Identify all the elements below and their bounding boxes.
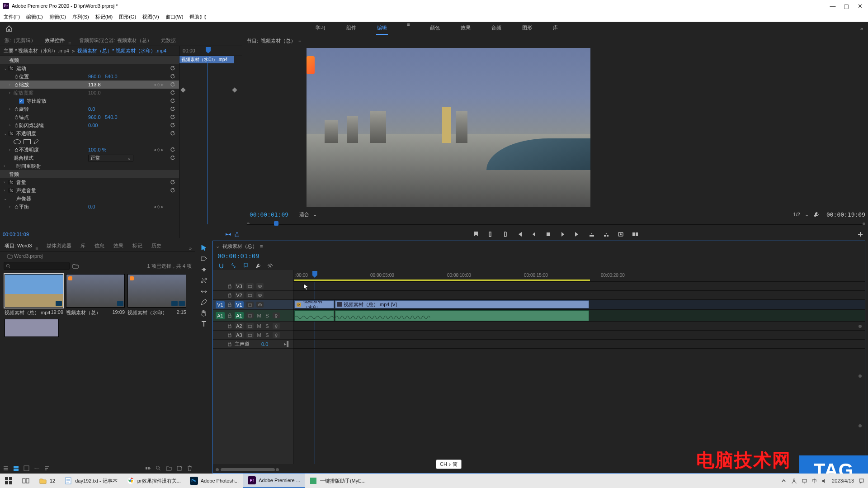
menu-marker[interactable]: 标记(M): [95, 14, 113, 20]
reset-icon[interactable]: [170, 82, 175, 87]
lock-icon[interactable]: [227, 333, 232, 337]
lock-icon[interactable]: [227, 313, 232, 318]
ec-mini-clip[interactable]: 视频素材（水印）.mp4: [179, 56, 234, 63]
tray-up-icon[interactable]: [781, 478, 787, 484]
chevron-down-icon[interactable]: ⌄: [216, 243, 220, 249]
rotation-value[interactable]: 0.0: [88, 106, 95, 112]
tray-vol-icon[interactable]: [821, 478, 827, 484]
voice-icon[interactable]: [273, 313, 280, 318]
tb-explorer[interactable]: 12: [34, 474, 60, 488]
motion-group[interactable]: 运动: [16, 65, 26, 72]
expand-icon[interactable]: ›: [4, 164, 8, 168]
reset-icon[interactable]: [170, 114, 175, 120]
mask-ellipse-button[interactable]: [14, 139, 21, 144]
tray-people-icon[interactable]: [791, 478, 797, 484]
stopwatch-icon[interactable]: [14, 148, 19, 152]
track-a1[interactable]: A1: [235, 312, 244, 319]
ec-mini-playhead-icon[interactable]: [206, 47, 211, 53]
sync-lock-icon[interactable]: [246, 323, 254, 329]
expand-icon[interactable]: ›: [4, 180, 8, 185]
freeform-view-icon[interactable]: [24, 465, 29, 471]
ec-out-icon[interactable]: 凸: [235, 231, 240, 238]
add-button-icon[interactable]: [857, 231, 863, 237]
sync-lock-icon[interactable]: [246, 302, 254, 308]
snap-icon[interactable]: [218, 263, 224, 269]
eye-icon[interactable]: [256, 292, 264, 298]
export-frame-icon[interactable]: [618, 231, 624, 237]
eye-icon[interactable]: [256, 302, 264, 308]
type-tool-icon[interactable]: [200, 320, 208, 327]
ws-editing[interactable]: 编辑: [376, 22, 388, 35]
sync-lock-icon[interactable]: [246, 292, 254, 298]
tab-info[interactable]: 信息: [94, 241, 105, 251]
tray-notif-icon[interactable]: [859, 478, 864, 484]
track-a2[interactable]: A2: [235, 322, 244, 329]
list-view-icon[interactable]: [3, 465, 9, 471]
position-y[interactable]: 540.0: [105, 74, 118, 79]
step-back-icon[interactable]: [531, 231, 537, 237]
solo-button[interactable]: S: [264, 332, 270, 338]
tab-effect-controls[interactable]: 效果控件: [44, 35, 66, 46]
slip-tool-icon[interactable]: [200, 288, 208, 295]
expand-icon[interactable]: ⌄: [4, 131, 8, 136]
zoom-v-handle[interactable]: [859, 374, 862, 378]
volume-group[interactable]: 音量: [16, 179, 26, 186]
timeline-timecode[interactable]: 00:00:01:09: [217, 252, 259, 260]
expand-icon[interactable]: ›: [4, 188, 8, 193]
ec-seq-clip[interactable]: 视频素材（总）* 视频素材（水印）.mp4: [77, 47, 166, 54]
tab-audio-mixer[interactable]: 音频剪辑混合器: 视频素材（总）: [78, 35, 152, 46]
project-search-input[interactable]: [4, 262, 70, 270]
go-out-icon[interactable]: [574, 231, 580, 237]
sync-lock-icon[interactable]: [246, 332, 254, 338]
ch-volume-group[interactable]: 声道音量: [16, 187, 36, 194]
maximize-button[interactable]: ▢: [844, 3, 849, 9]
scrub-playhead[interactable]: [274, 221, 278, 226]
tb-premiere[interactable]: PrAdobe Premiere ...: [243, 474, 305, 488]
trash-icon[interactable]: [187, 465, 193, 471]
stopwatch-icon[interactable]: [14, 205, 19, 209]
keyframe-diamond-icon[interactable]: [180, 87, 185, 92]
clip-overlay-v[interactable]: fx视频素材（水印: [294, 300, 334, 308]
menu-clip[interactable]: 剪辑(C): [49, 14, 66, 20]
reset-icon[interactable]: [170, 180, 175, 185]
src-a1[interactable]: A1: [216, 312, 225, 319]
solo-button[interactable]: S: [264, 323, 270, 329]
menu-file[interactable]: 文件(F): [4, 14, 20, 20]
lock-icon[interactable]: [227, 324, 232, 328]
menu-graphics[interactable]: 图形(G): [119, 14, 136, 20]
keyframe-diamond-icon[interactable]: [232, 87, 237, 92]
auto-seq-icon[interactable]: [145, 465, 151, 471]
time-remap-group[interactable]: 时间重映射: [16, 163, 41, 170]
stopwatch-icon[interactable]: [14, 115, 19, 119]
task-view-button[interactable]: [17, 474, 34, 488]
clip-main-v[interactable]: 视频素材（总）.mp4 [V]: [335, 300, 589, 308]
home-button[interactable]: [0, 25, 18, 32]
menu-help[interactable]: 帮助(H): [189, 14, 206, 20]
reset-icon[interactable]: [170, 98, 175, 104]
tab-source[interactable]: 源:（无剪辑）: [4, 35, 37, 46]
mask-pen-button[interactable]: [33, 139, 39, 144]
lock-icon[interactable]: [227, 293, 232, 298]
find-icon[interactable]: [156, 465, 161, 471]
track-v1[interactable]: V1: [235, 301, 244, 308]
menu-window[interactable]: 窗口(W): [165, 14, 184, 20]
stopwatch-icon[interactable]: [14, 123, 19, 128]
expand-icon[interactable]: ›: [9, 204, 14, 209]
add-marker-icon[interactable]: [243, 263, 249, 269]
scrub-zoom-right[interactable]: [863, 223, 865, 225]
lift-icon[interactable]: [589, 231, 595, 237]
resolution-select[interactable]: 1/2: [793, 212, 800, 217]
mute-button[interactable]: M: [256, 313, 262, 318]
voice-icon[interactable]: [273, 332, 280, 338]
ws-graphics[interactable]: 图形: [521, 22, 533, 35]
keyframe-nav[interactable]: ◂ ◇ ▸: [154, 82, 164, 87]
keyframe-nav[interactable]: ◂ ◇ ▸: [154, 147, 164, 152]
go-in-icon[interactable]: [516, 231, 523, 237]
linked-sel-icon[interactable]: [231, 263, 236, 269]
settings-wrench-icon[interactable]: [813, 212, 819, 218]
tray-date[interactable]: 2023/4/13: [832, 478, 854, 483]
reset-icon[interactable]: [170, 147, 175, 152]
hand-tool-icon[interactable]: [200, 309, 208, 317]
in-point-icon[interactable]: [487, 231, 494, 237]
stopwatch-icon[interactable]: [14, 75, 19, 79]
